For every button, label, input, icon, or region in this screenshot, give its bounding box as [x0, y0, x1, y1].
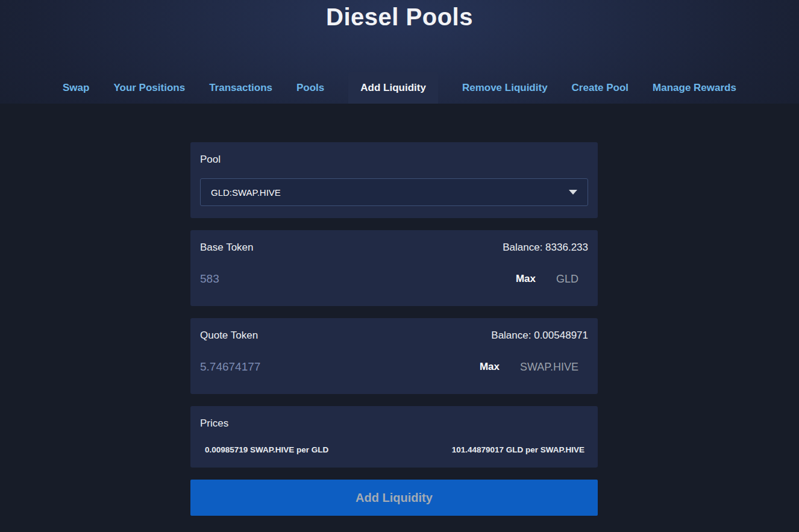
pool-select[interactable]: GLD:SWAP.HIVE — [200, 178, 588, 206]
quote-amount-input[interactable] — [200, 360, 480, 374]
tab-transactions[interactable]: Transactions — [209, 72, 272, 104]
base-token-card: Base Token Balance: 8336.233 Max GLD — [190, 230, 598, 306]
tab-swap[interactable]: Swap — [63, 72, 89, 104]
tab-remove-liquidity[interactable]: Remove Liquidity — [462, 72, 548, 104]
quote-max-button[interactable]: Max — [480, 361, 500, 373]
form-container: Pool GLD:SWAP.HIVE Base Token Balance: 8… — [190, 142, 598, 468]
add-liquidity-button[interactable]: Add Liquidity — [190, 480, 598, 516]
quote-token-balance: Balance: 0.00548971 — [491, 330, 588, 342]
page-title: Diesel Pools — [0, 0, 799, 31]
prices-card: Prices 0.00985719 SWAP.HIVE per GLD 101.… — [190, 406, 598, 468]
nav-tabs: SwapYour PositionsTransactionsPoolsAdd L… — [0, 72, 799, 104]
main-content: Pool GLD:SWAP.HIVE Base Token Balance: 8… — [0, 104, 799, 516]
tab-create-pool[interactable]: Create Pool — [572, 72, 628, 104]
base-token-balance: Balance: 8336.233 — [503, 242, 588, 254]
quote-token-card: Quote Token Balance: 0.00548971 Max SWAP… — [190, 318, 598, 394]
pool-select-value: GLD:SWAP.HIVE — [211, 187, 281, 198]
tab-add-liquidity[interactable]: Add Liquidity — [348, 72, 438, 104]
tab-pools[interactable]: Pools — [296, 72, 324, 104]
pool-card-title: Pool — [200, 154, 588, 166]
base-token-title: Base Token — [200, 242, 254, 254]
prices-card-title: Prices — [200, 418, 588, 430]
quote-token-title: Quote Token — [200, 330, 258, 342]
pool-card: Pool GLD:SWAP.HIVE — [190, 142, 598, 218]
base-token-symbol: GLD — [556, 273, 578, 286]
tab-your-positions[interactable]: Your Positions — [113, 72, 185, 104]
quote-token-symbol: SWAP.HIVE — [520, 361, 578, 374]
base-max-button[interactable]: Max — [516, 273, 536, 285]
chevron-down-icon — [569, 190, 577, 195]
quote-price-text: 101.44879017 GLD per SWAP.HIVE — [452, 445, 584, 454]
base-price-text: 0.00985719 SWAP.HIVE per GLD — [205, 445, 328, 454]
base-amount-input[interactable] — [200, 272, 516, 286]
tab-manage-rewards[interactable]: Manage Rewards — [653, 72, 736, 104]
